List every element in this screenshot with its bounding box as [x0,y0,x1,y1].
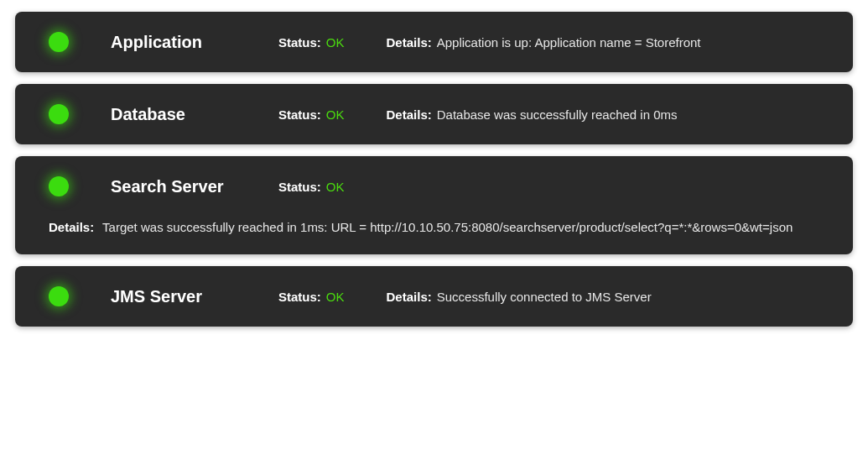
status-panel-jms-server: JMS Server Status: OK Details: Successfu… [15,266,853,327]
details-value: Successfully connected to JMS Server [437,290,652,304]
details-value: Target was successfully reached in 1ms: … [102,220,793,234]
status-pair: Status: OK [278,107,345,122]
status-label: Status: [278,107,321,122]
status-row: Database Status: OK Details: Database wa… [49,104,819,124]
details-label: Details: [387,290,432,304]
details-pair: Details: Successfully connected to JMS S… [387,290,652,304]
details-value: Database was successfully reached in 0ms [437,107,678,122]
status-dot-icon [49,286,69,306]
status-panel-database: Database Status: OK Details: Database wa… [15,84,853,144]
component-name: JMS Server [111,287,278,306]
details-pair: Details: Database was successfully reach… [387,107,678,122]
status-row: Application Status: OK Details: Applicat… [49,32,819,52]
status-dot-icon [49,32,69,52]
component-name: Database [111,105,278,124]
status-label: Status: [278,290,321,304]
status-panel-search-server: Search Server Status: OK Details: Target… [15,156,853,254]
details-label: Details: [387,35,432,50]
status-value: OK [326,107,345,122]
status-label: Status: [278,35,321,50]
details-value: Application is up: Application name = St… [437,35,701,50]
details-label: Details: [387,107,432,122]
component-name: Search Server [111,177,278,196]
status-value: OK [326,35,345,50]
details-line: Details: Target was successfully reached… [49,220,819,234]
status-panel-application: Application Status: OK Details: Applicat… [15,12,853,72]
status-row: JMS Server Status: OK Details: Successfu… [49,286,819,306]
status-value: OK [326,290,345,304]
details-pair: Details: Application is up: Application … [387,35,701,50]
status-dot-icon [49,176,69,196]
status-label: Status: [278,180,321,194]
status-pair: Status: OK [278,180,345,194]
component-name: Application [111,33,278,52]
details-label: Details: [49,220,94,234]
status-pair: Status: OK [278,35,345,50]
status-dot-icon [49,104,69,124]
status-value: OK [326,180,345,194]
status-pair: Status: OK [278,290,345,304]
status-row: Search Server Status: OK [49,176,819,196]
